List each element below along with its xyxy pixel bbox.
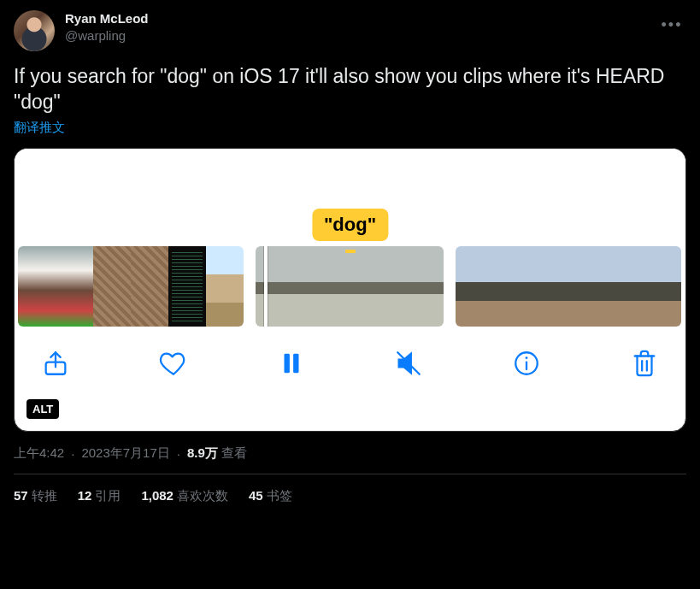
share-icon (41, 349, 70, 378)
tweet-date: 2023年7月17日 (81, 445, 169, 462)
media-card[interactable]: "dog" (14, 148, 686, 432)
frame-thumb (531, 246, 568, 327)
frame-thumb (18, 246, 56, 327)
likes-count: 1,082 (141, 488, 174, 503)
pause-button[interactable] (273, 345, 310, 382)
clip-thumbnail-group[interactable] (18, 246, 244, 327)
retweets-count: 57 (14, 488, 28, 503)
retweets-label: 转推 (32, 488, 57, 503)
bookmarks-stat[interactable]: 45书签 (249, 488, 292, 504)
frame-thumb (56, 246, 93, 327)
svg-rect-2 (293, 354, 298, 374)
like-button[interactable] (155, 345, 192, 382)
svg-point-6 (526, 356, 528, 359)
frame-thumb (644, 246, 681, 327)
quotes-stat[interactable]: 12引用 (78, 488, 121, 504)
frame-thumb (293, 246, 331, 327)
likes-label: 喜欢次数 (177, 488, 228, 503)
tweet-text: If you search for "dog" on iOS 17 it'll … (14, 63, 686, 115)
frame-thumb (493, 246, 531, 327)
translate-link[interactable]: 翻译推文 (14, 120, 686, 136)
playhead-indicator[interactable] (264, 246, 268, 327)
avatar[interactable] (14, 10, 55, 51)
tweet-header: Ryan McLeod @warpling ••• (14, 10, 686, 51)
mute-icon (394, 349, 423, 378)
trash-icon (630, 349, 659, 378)
media-toolbar (15, 327, 685, 400)
tweet-stats: 57转推 12引用 1,082喜欢次数 45书签 (14, 474, 686, 504)
meta-separator: · (177, 446, 180, 461)
delete-button[interactable] (626, 345, 663, 382)
meta-separator: · (71, 446, 74, 461)
heart-icon (159, 349, 188, 378)
alt-badge[interactable]: ALT (26, 399, 59, 419)
share-button[interactable] (37, 345, 74, 382)
more-menu-button[interactable]: ••• (657, 10, 686, 39)
bookmarks-label: 书签 (267, 488, 292, 503)
info-button[interactable] (508, 345, 545, 382)
frame-thumb (206, 246, 244, 327)
svg-rect-1 (284, 354, 289, 374)
frame-thumb (93, 246, 131, 327)
frame-thumb (368, 246, 406, 327)
clip-thumbnail-group-active[interactable] (256, 246, 444, 327)
author-display-name: Ryan McLeod (65, 10, 657, 27)
quotes-count: 12 (78, 488, 92, 503)
frame-thumb (168, 246, 206, 327)
frame-thumb (406, 246, 444, 327)
frame-thumb (256, 246, 293, 327)
tweet-time: 上午4:42 (14, 445, 64, 462)
frame-thumb (131, 246, 168, 327)
retweets-stat[interactable]: 57转推 (14, 488, 57, 504)
pause-icon (277, 349, 306, 378)
quotes-label: 引用 (95, 488, 121, 503)
bookmarks-count: 45 (249, 488, 263, 503)
video-scrubber[interactable] (15, 246, 685, 327)
caption-marker-icon (345, 250, 356, 253)
likes-stat[interactable]: 1,082喜欢次数 (141, 488, 228, 504)
tweet-container: Ryan McLeod @warpling ••• If you search … (0, 0, 700, 504)
mute-button[interactable] (390, 345, 427, 382)
media-top-area: "dog" (15, 149, 685, 246)
author-block[interactable]: Ryan McLeod @warpling (65, 10, 657, 44)
views-label: 查看 (221, 445, 247, 462)
clip-thumbnail-group[interactable] (456, 246, 681, 327)
ellipsis-icon: ••• (662, 16, 683, 34)
tweet-meta[interactable]: 上午4:42 · 2023年7月17日 · 8.9万 查看 (14, 445, 686, 462)
author-handle: @warpling (65, 27, 657, 44)
frame-thumb (331, 246, 368, 327)
speech-caption-badge: "dog" (312, 209, 388, 241)
frame-thumb (606, 246, 644, 327)
frame-thumb (568, 246, 606, 327)
info-icon (512, 349, 541, 378)
views-count: 8.9万 (187, 445, 218, 462)
frame-thumb (456, 246, 493, 327)
